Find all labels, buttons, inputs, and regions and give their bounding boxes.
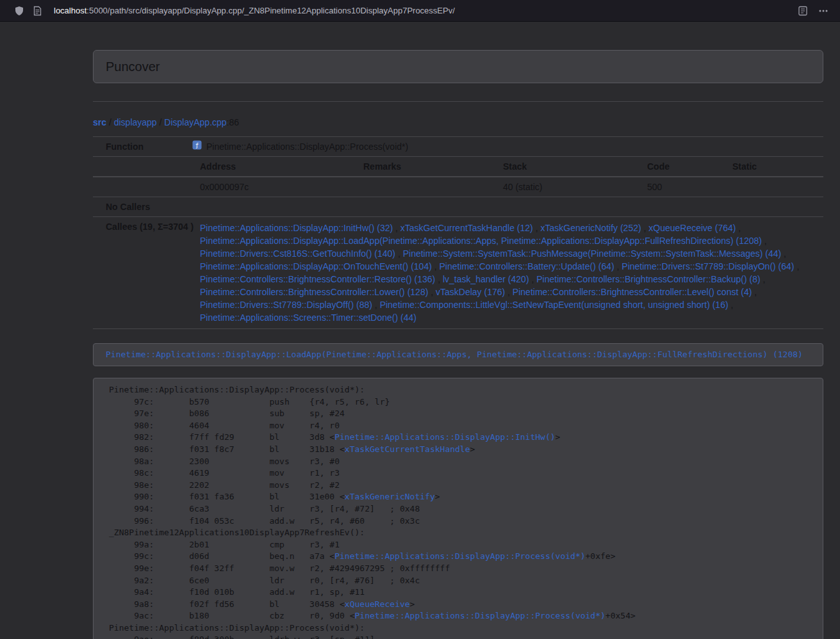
callee-separator: , [795, 261, 800, 271]
callee-link[interactable]: Pinetime::Applications::DisplayApp::Load… [200, 236, 762, 246]
callee-link[interactable]: xQueueReceive (764) [648, 223, 736, 233]
column-header-static: Static [718, 157, 823, 176]
callee-link[interactable]: lv_task_handler (420) [443, 274, 529, 284]
column-header-stack: Stack [489, 157, 633, 176]
callee-link[interactable]: Pinetime::Applications::Screens::Timer::… [200, 312, 416, 323]
callee-link[interactable]: Pinetime::Controllers::BrightnessControl… [200, 287, 428, 297]
callee-separator: , [432, 261, 440, 271]
tracking-protection-shield-icon[interactable] [10, 2, 28, 20]
url-path: :5000/path/src/displayapp/DisplayApp.cpp… [86, 6, 455, 15]
callee-link[interactable]: Pinetime::Drivers::St7789::DisplayOn() (… [622, 261, 794, 271]
function-row-label: Function [93, 137, 186, 156]
breadcrumb-line-number: :86 [227, 117, 239, 127]
breadcrumb-separator: / [106, 117, 114, 127]
breadcrumb-link-DisplayApp.cpp[interactable]: DisplayApp.cpp [164, 117, 226, 127]
url-host: localhost [54, 6, 86, 15]
url-bar[interactable]: localhost:5000/path/src/displayapp/Displ… [54, 6, 794, 15]
function-table: Function ƒ Pinetime::Applications::Displ… [93, 136, 823, 329]
callees-list: Pinetime::Applications::DisplayApp::Init… [186, 217, 823, 328]
static-value [718, 177, 823, 197]
column-header-address: Address [186, 157, 349, 176]
callee-separator: , [529, 274, 537, 284]
column-header-code: Code [633, 157, 718, 176]
callee-link[interactable]: Pinetime::Drivers::Cst816S::GetTouchInfo… [200, 248, 395, 259]
column-header-remarks: Remarks [349, 157, 489, 176]
disassembly-symbol-link[interactable]: xTaskGenericNotify [345, 492, 435, 501]
puncover-page: Puncover src / displayapp / DisplayApp.c… [93, 50, 823, 639]
callee-link[interactable]: xTaskGenericNotify (252) [540, 223, 641, 233]
callee-link[interactable]: Pinetime::Applications::DisplayApp::OnTo… [200, 261, 432, 271]
divider [93, 101, 823, 102]
callee-separator: , [729, 300, 734, 310]
callee-separator: , [736, 223, 741, 233]
more-menu-icon[interactable] [814, 2, 832, 20]
disassembly-symbol-link[interactable]: xQueueReceive [345, 599, 410, 609]
callee-link[interactable]: vTaskDelay (176) [436, 287, 505, 297]
callee-separator: , [533, 223, 541, 233]
callee-link[interactable]: xTaskGetCurrentTaskHandle (12) [400, 223, 533, 233]
columns-header-row: Address Remarks Stack Code Static [93, 157, 823, 177]
disassembly-symbol-link[interactable]: Pinetime::Applications::DisplayApp::Proc… [334, 551, 585, 561]
callee-separator: , [752, 287, 757, 297]
breadcrumb-link-displayapp[interactable]: displayapp [114, 117, 157, 127]
callee-separator: , [505, 287, 513, 297]
callee-link[interactable]: Pinetime::Drivers::St7789::DisplayOff() … [200, 300, 372, 310]
values-row: 0x0000097c 40 (static) 500 [93, 177, 823, 197]
disassembly-symbol-link[interactable]: Pinetime::Applications::DisplayApp::Proc… [355, 611, 605, 620]
jumbotron: Puncover [93, 50, 823, 83]
site-identity-page-icon[interactable] [28, 2, 46, 20]
callee-link[interactable]: Pinetime::Controllers::BrightnessControl… [513, 287, 752, 297]
symbol-type-icon: ƒ [192, 140, 202, 153]
breadcrumb-separator: / [157, 117, 165, 127]
no-callers-row: No Callers [93, 197, 823, 217]
callee-separator: , [393, 223, 400, 233]
callee-separator: , [428, 287, 436, 297]
callee-link[interactable]: Pinetime::Controllers::Battery::Update()… [440, 261, 614, 271]
callee-separator: , [761, 274, 766, 284]
selected-callee-panel: Pinetime::Applications::DisplayApp::Load… [93, 343, 823, 366]
breadcrumb: src / displayapp / DisplayApp.cpp:86 [93, 116, 823, 129]
function-name: Pinetime::Applications::DisplayApp::Proc… [206, 140, 408, 153]
address-value: 0x0000097c [186, 177, 349, 197]
function-name-cell: ƒ Pinetime::Applications::DisplayApp::Pr… [186, 137, 823, 156]
callee-separator: , [435, 274, 443, 284]
reader-view-icon[interactable] [794, 2, 812, 20]
code-value: 500 [633, 177, 718, 197]
callee-link[interactable]: Pinetime::Controllers::BrightnessControl… [200, 274, 435, 284]
callee-separator: , [614, 261, 622, 271]
callee-link[interactable]: Pinetime::System::SystemTask::PushMessag… [403, 248, 782, 259]
disassembly-symbol-link[interactable]: Pinetime::Applications::DisplayApp::Init… [334, 432, 555, 442]
callee-link[interactable]: Pinetime::Applications::DisplayApp::Init… [200, 223, 393, 233]
selected-callee-link[interactable]: Pinetime::Applications::DisplayApp::Load… [106, 350, 803, 359]
callee-separator: , [762, 236, 767, 246]
disassembly-symbol-link[interactable]: xTaskGetCurrentTaskHandle [345, 444, 470, 454]
callee-separator: , [372, 300, 380, 310]
callees-row: Callees (19, Σ=3704 ) Pinetime::Applicat… [93, 217, 823, 329]
remarks-value [349, 177, 489, 197]
callee-link[interactable]: Pinetime::Controllers::BrightnessControl… [536, 274, 760, 284]
breadcrumb-link-src[interactable]: src [93, 117, 106, 127]
stack-value: 40 (static) [489, 177, 633, 197]
callee-separator: , [641, 223, 649, 233]
browser-url-bar: localhost:5000/path/src/displayapp/Displ… [0, 0, 840, 22]
disassembly-block: Pinetime::Applications::DisplayApp::Proc… [93, 378, 823, 639]
function-row: Function ƒ Pinetime::Applications::Displ… [93, 137, 823, 157]
callee-link[interactable]: Pinetime::Components::LittleVgl::SetNewT… [380, 300, 729, 310]
no-callers-label: No Callers [93, 197, 186, 216]
page-title: Puncover [106, 59, 811, 74]
svg-text:ƒ: ƒ [195, 142, 199, 149]
callee-separator: , [781, 248, 786, 259]
callees-label: Callees (19, Σ=3704 ) [93, 217, 186, 236]
callee-separator: , [395, 248, 403, 259]
